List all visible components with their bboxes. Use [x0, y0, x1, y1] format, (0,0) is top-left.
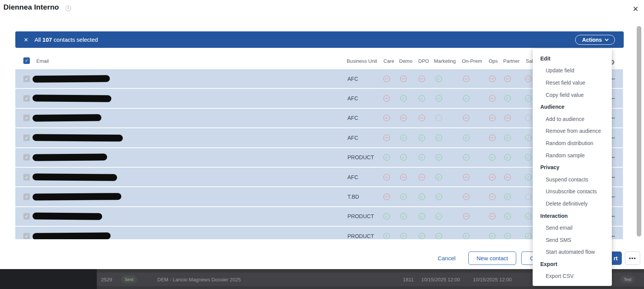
redacted-email [33, 114, 101, 122]
business-unit-value: AFC [347, 174, 358, 180]
selection-banner: ✕ All 107 contacts selected Actions [15, 31, 624, 48]
info-icon[interactable]: i [65, 5, 71, 11]
table-row[interactable]: ✓AFC⋯ [15, 128, 623, 147]
menu-item-add-to-audience[interactable]: Add to audience [533, 113, 612, 125]
status-check-icon [400, 154, 407, 161]
status-check-icon [400, 213, 407, 220]
menu-section-export: Export [533, 258, 612, 270]
column-header-business-unit: Business Unit [347, 58, 377, 64]
row-checkbox-checked[interactable]: ✓ [23, 75, 30, 82]
tag-badge: Test [620, 276, 635, 283]
row-checkbox-checked[interactable]: ✓ [23, 233, 30, 239]
row-checkbox-checked[interactable]: ✓ [23, 134, 30, 141]
status-check-icon [419, 154, 425, 161]
row-checkbox-checked[interactable]: ✓ [23, 115, 30, 121]
menu-item-update-field[interactable]: Update field [533, 65, 612, 77]
status-minus-icon [489, 194, 496, 200]
menu-section-audience: Audience [533, 101, 612, 113]
table-row[interactable]: ✓PRODUCT⋯ [15, 207, 623, 226]
menu-item-random-sample[interactable]: Random sample [533, 149, 612, 162]
status-minus-icon [400, 115, 407, 121]
table-row[interactable]: ✓T.BD⋯ [15, 187, 623, 206]
status-check-icon [504, 194, 511, 200]
selection-summary: All 107 contacts selected [34, 36, 98, 43]
table-row[interactable]: ✓AFC⋯ [15, 89, 623, 108]
column-header-ops: Ops [489, 58, 498, 64]
status-check-icon [525, 174, 532, 180]
menu-item-copy-field-value[interactable]: Copy field value [533, 89, 612, 101]
menu-section-privacy: Privacy [533, 161, 612, 173]
status-check-icon [504, 233, 511, 239]
contacts-table-body: ✓AFC⋯✓AFC⋯✓AFC⋯✓AFC⋯✓PRODUCT⋯✓AFC⋯✓T.BD⋯… [15, 69, 623, 239]
status-check-icon [435, 194, 442, 200]
status-minus-icon [504, 174, 511, 180]
redacted-email [33, 173, 117, 181]
close-icon[interactable]: ✕ [631, 5, 640, 14]
menu-item-remove-from-audience[interactable]: Remove from audience [533, 125, 612, 137]
redacted-email [33, 193, 121, 201]
row-checkbox-checked[interactable]: ✓ [23, 154, 30, 161]
status-check-icon [463, 154, 470, 161]
status-check-icon [419, 233, 425, 239]
status-minus-icon [419, 174, 425, 180]
row-checkbox-checked[interactable]: ✓ [23, 213, 30, 220]
status-check-icon [435, 154, 442, 161]
status-minus-icon [383, 174, 390, 180]
column-header-marketing: Marketing [434, 58, 456, 64]
status-check-icon [400, 134, 407, 141]
status-minus-icon [489, 174, 496, 180]
status-minus-icon [419, 75, 425, 82]
select-all-checkbox[interactable]: ✓ [23, 57, 30, 64]
redacted-email [33, 95, 111, 102]
status-minus-icon [525, 75, 532, 82]
menu-item-suspend-contacts[interactable]: Suspend contacts [533, 173, 612, 186]
status-minus-icon [463, 194, 470, 200]
menu-item-send-sms[interactable]: Send SMS [533, 234, 612, 246]
menu-item-unsubscribe-contacts[interactable]: Unsubscribe contacts [533, 186, 612, 198]
business-unit-value: AFC [347, 135, 358, 141]
row-checkbox-checked[interactable]: ✓ [23, 174, 30, 180]
status-check-icon [435, 213, 442, 220]
status-minus-icon [463, 75, 470, 82]
status-check-icon [435, 75, 442, 82]
status-check-icon [383, 154, 390, 161]
status-check-icon [525, 134, 532, 141]
business-unit-value: AFC [347, 115, 358, 121]
menu-item-send-email[interactable]: Send email [533, 222, 612, 234]
menu-item-start-automated-flow[interactable]: Start automated flow [533, 246, 612, 258]
status-empty-icon [525, 115, 532, 121]
menu-item-export-csv[interactable]: Export CSV [533, 270, 612, 282]
status-minus-icon [463, 115, 470, 121]
table-row[interactable]: ✓AFC⋯ [15, 69, 623, 88]
column-header-partner: Partner [503, 58, 520, 64]
table-row[interactable]: ✓PRODUCT⋯ [15, 227, 623, 239]
status-minus-icon [383, 95, 390, 102]
table-row[interactable]: ✓PRODUCT⋯ [15, 148, 623, 167]
vertical-scrollbar-thumb[interactable] [637, 26, 641, 237]
business-unit-value: AFC [347, 76, 358, 82]
actions-button[interactable]: Actions [575, 35, 615, 45]
redacted-email [33, 75, 110, 83]
row-checkbox-checked[interactable]: ✓ [23, 194, 30, 200]
redacted-email [33, 154, 107, 162]
menu-item-delete-definitively[interactable]: Delete definitively [533, 198, 612, 210]
status-check-icon [463, 233, 470, 239]
clear-selection-icon[interactable]: ✕ [24, 37, 31, 43]
business-unit-value: PRODUCT [347, 233, 374, 239]
business-unit-value: T.BD [347, 194, 359, 200]
menu-section-interaction: Interaction [533, 210, 612, 222]
cancel-button[interactable]: Cancel [434, 251, 459, 265]
new-contact-button[interactable]: New contact [468, 251, 516, 265]
menu-item-reset-field-value[interactable]: Reset field value [533, 77, 612, 89]
table-row[interactable]: ✓AFC⋯ [15, 168, 623, 186]
menu-item-random-distribution[interactable]: Random distribution [533, 137, 612, 149]
row-checkbox-checked[interactable]: ✓ [23, 95, 30, 102]
status-check-icon [435, 95, 442, 102]
column-header-email: Email [36, 58, 49, 64]
more-actions-button[interactable]: ••• [625, 251, 640, 265]
status-check-icon [435, 233, 442, 239]
status-check-icon [525, 213, 532, 220]
table-row[interactable]: ✓AFC⋯ [15, 109, 623, 127]
selected-count: 107 [42, 36, 52, 43]
status-check-icon [525, 95, 532, 102]
